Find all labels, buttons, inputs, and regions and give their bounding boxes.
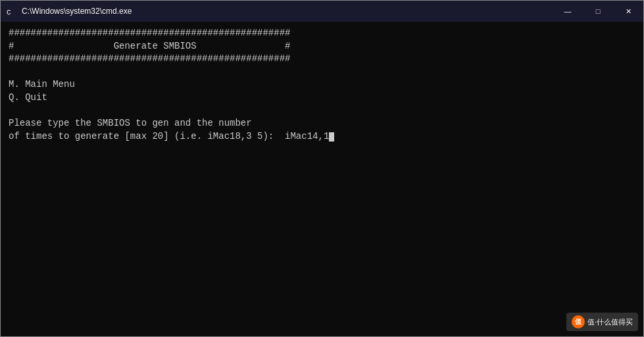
titlebar: C C:\Windows\system32\cmd.exe — □ ✕ <box>1 1 643 22</box>
watermark-text: 值·什么值得买 <box>587 317 633 327</box>
terminal-line9: of times to generate [max 20] (i.e. iMac… <box>9 131 329 142</box>
window-title: C:\Windows\system32\cmd.exe <box>22 7 638 16</box>
terminal-line3: ########################################… <box>9 53 290 64</box>
terminal-line2: # Generate SMBIOS # <box>9 41 290 51</box>
terminal-body[interactable]: ########################################… <box>1 22 643 336</box>
terminal-line6: Q. Quit <box>9 92 47 103</box>
terminal-line8: Please type the SMBIOS to gen and the nu… <box>9 118 252 128</box>
close-button[interactable]: ✕ <box>613 1 643 22</box>
cmd-icon: C <box>6 6 16 16</box>
terminal-output: ########################################… <box>9 27 635 143</box>
cmd-window: C C:\Windows\system32\cmd.exe — □ ✕ ####… <box>0 0 644 337</box>
cursor <box>329 132 334 142</box>
maximize-button[interactable]: □ <box>583 1 613 22</box>
watermark: 值 值·什么值得买 <box>566 313 638 331</box>
watermark-logo: 值 <box>572 315 585 328</box>
minimize-button[interactable]: — <box>553 1 583 22</box>
terminal-line5: M. Main Menu <box>9 79 75 90</box>
terminal-line1: ########################################… <box>9 28 290 38</box>
window-controls: — □ ✕ <box>553 1 643 22</box>
svg-text:C: C <box>7 9 11 16</box>
